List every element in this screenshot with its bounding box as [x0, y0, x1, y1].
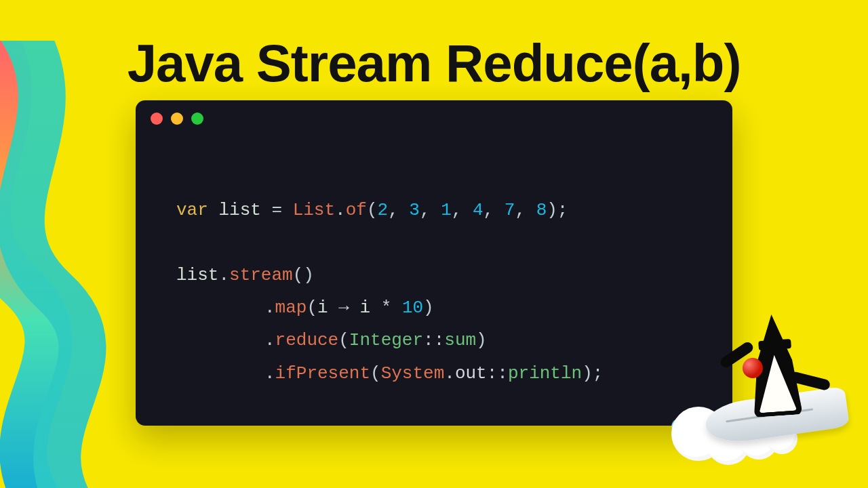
code-punct: :: — [423, 330, 444, 350]
code-punct: * — [370, 298, 402, 318]
code-punct: , — [484, 200, 505, 220]
code-keyword: var — [176, 200, 208, 220]
duke-nose-icon — [742, 357, 764, 379]
duke-character-icon — [727, 298, 816, 419]
code-identifier: i — [359, 298, 370, 318]
code-punct: , — [515, 200, 536, 220]
surfboard-brand-label: ORACLE — [769, 401, 804, 413]
code-call: map — [275, 298, 307, 318]
code-punct: . — [264, 363, 275, 384]
code-number: 10 — [402, 298, 423, 318]
code-method: sum — [444, 330, 476, 350]
code-type: List — [293, 200, 335, 220]
code-number: 3 — [409, 200, 420, 220]
code-punct: . — [335, 200, 346, 220]
code-number: 2 — [378, 200, 389, 220]
code-number: 1 — [441, 200, 452, 220]
code-punct: , — [420, 200, 441, 220]
code-punct: = — [261, 200, 293, 220]
code-punct: ) — [476, 330, 487, 350]
code-punct: :: — [487, 363, 508, 384]
code-punct: () — [293, 265, 314, 285]
zoom-icon[interactable] — [191, 113, 203, 125]
jet-trail-icon — [677, 435, 719, 453]
code-punct: ); — [582, 363, 603, 384]
code-number: 8 — [536, 200, 547, 220]
code-punct: ( — [338, 330, 349, 350]
code-call: ifPresent — [275, 363, 370, 384]
code-field: out — [455, 363, 487, 384]
code-punct: . — [264, 298, 275, 318]
code-block: var list = List.of(2, 3, 1, 4, 7, 8); li… — [176, 161, 705, 390]
code-method: println — [508, 363, 582, 384]
code-call: stream — [229, 265, 293, 285]
code-punct: . — [218, 265, 229, 285]
code-class: Integer — [349, 330, 423, 350]
code-call: reduce — [275, 330, 339, 350]
code-identifier: i — [317, 298, 328, 318]
code-punct: ( — [307, 298, 317, 318]
code-punct: , — [388, 200, 409, 220]
code-arrow: → — [328, 298, 360, 318]
code-class: System — [381, 363, 445, 384]
code-identifier: list — [176, 265, 218, 285]
code-punct: . — [444, 363, 455, 384]
code-punct: ( — [370, 363, 381, 384]
window-traffic-lights — [151, 113, 203, 125]
code-punct: ) — [423, 298, 434, 318]
close-icon[interactable] — [151, 113, 163, 125]
decorative-ribbon — [0, 41, 122, 488]
code-punct: ( — [367, 200, 378, 220]
code-punct: ); — [547, 200, 568, 220]
code-number: 4 — [473, 200, 484, 220]
page-title: Java Stream Reduce(a,b) — [0, 33, 868, 94]
minimize-icon[interactable] — [171, 113, 183, 125]
code-punct: , — [452, 200, 473, 220]
code-identifier: list — [218, 200, 260, 220]
code-call: of — [346, 200, 367, 220]
code-punct: . — [264, 330, 275, 350]
code-number: 7 — [505, 200, 515, 220]
code-editor-window: var list = List.of(2, 3, 1, 4, 7, 8); li… — [136, 100, 732, 426]
sunglasses-icon — [758, 339, 791, 352]
